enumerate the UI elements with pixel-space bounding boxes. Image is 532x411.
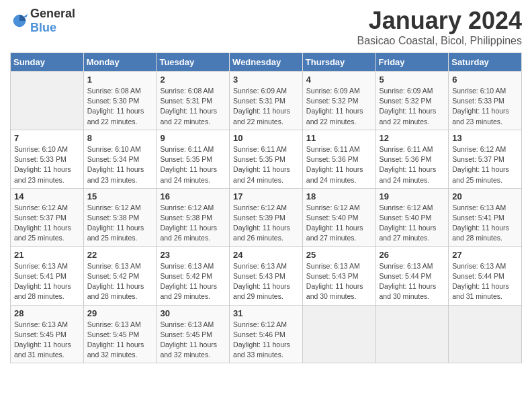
day-info: Sunrise: 6:10 AM Sunset: 5:33 PM Dayligh… bbox=[452, 86, 518, 127]
day-info: Sunrise: 6:13 AM Sunset: 5:42 PM Dayligh… bbox=[160, 261, 226, 302]
day-info: Sunrise: 6:13 AM Sunset: 5:42 PM Dayligh… bbox=[87, 261, 153, 302]
day-number: 10 bbox=[233, 133, 299, 143]
day-number: 4 bbox=[306, 75, 372, 85]
day-number: 30 bbox=[160, 308, 226, 318]
calendar-cell: 12Sunrise: 6:11 AM Sunset: 5:36 PM Dayli… bbox=[375, 130, 449, 188]
calendar-cell: 10Sunrise: 6:11 AM Sunset: 5:35 PM Dayli… bbox=[230, 130, 303, 188]
day-number: 22 bbox=[87, 250, 153, 260]
day-info: Sunrise: 6:09 AM Sunset: 5:32 PM Dayligh… bbox=[380, 86, 445, 127]
day-info: Sunrise: 6:12 AM Sunset: 5:37 PM Dayligh… bbox=[452, 144, 518, 185]
calendar-cell: 29Sunrise: 6:13 AM Sunset: 5:45 PM Dayli… bbox=[83, 305, 157, 363]
calendar-cell: 7Sunrise: 6:10 AM Sunset: 5:33 PM Daylig… bbox=[11, 130, 84, 188]
day-info: Sunrise: 6:12 AM Sunset: 5:38 PM Dayligh… bbox=[87, 203, 153, 244]
logo-icon bbox=[10, 11, 29, 30]
calendar-cell: 2Sunrise: 6:08 AM Sunset: 5:31 PM Daylig… bbox=[157, 72, 230, 130]
day-info: Sunrise: 6:09 AM Sunset: 5:32 PM Dayligh… bbox=[306, 86, 372, 127]
day-info: Sunrise: 6:08 AM Sunset: 5:31 PM Dayligh… bbox=[160, 86, 226, 127]
day-info: Sunrise: 6:11 AM Sunset: 5:35 PM Dayligh… bbox=[233, 144, 299, 185]
day-number: 14 bbox=[14, 191, 80, 201]
day-number: 2 bbox=[160, 75, 226, 85]
calendar-cell: 19Sunrise: 6:12 AM Sunset: 5:40 PM Dayli… bbox=[375, 188, 449, 246]
day-info: Sunrise: 6:10 AM Sunset: 5:34 PM Dayligh… bbox=[87, 144, 153, 185]
day-number: 6 bbox=[452, 75, 518, 85]
day-header: Thursday bbox=[302, 53, 375, 72]
day-number: 20 bbox=[452, 191, 518, 201]
calendar-cell: 14Sunrise: 6:12 AM Sunset: 5:37 PM Dayli… bbox=[11, 188, 84, 246]
day-info: Sunrise: 6:12 AM Sunset: 5:46 PM Dayligh… bbox=[233, 320, 299, 361]
calendar-cell bbox=[375, 305, 449, 363]
calendar-cell bbox=[302, 305, 375, 363]
calendar-cell: 8Sunrise: 6:10 AM Sunset: 5:34 PM Daylig… bbox=[83, 130, 157, 188]
calendar-cell: 24Sunrise: 6:13 AM Sunset: 5:43 PM Dayli… bbox=[230, 246, 303, 305]
day-number: 16 bbox=[160, 191, 226, 201]
calendar-cell: 18Sunrise: 6:12 AM Sunset: 5:40 PM Dayli… bbox=[302, 188, 375, 246]
logo: General Blue bbox=[10, 7, 75, 35]
day-info: Sunrise: 6:13 AM Sunset: 5:41 PM Dayligh… bbox=[452, 203, 518, 244]
calendar-cell: 1Sunrise: 6:08 AM Sunset: 5:30 PM Daylig… bbox=[83, 72, 157, 130]
day-number: 21 bbox=[14, 250, 80, 260]
day-info: Sunrise: 6:13 AM Sunset: 5:43 PM Dayligh… bbox=[233, 261, 299, 302]
calendar-cell: 4Sunrise: 6:09 AM Sunset: 5:32 PM Daylig… bbox=[302, 72, 375, 130]
logo-blue: Blue bbox=[30, 21, 56, 34]
title-area: January 2024 Basicao Coastal, Bicol, Phi… bbox=[357, 7, 522, 47]
day-number: 18 bbox=[306, 191, 372, 201]
calendar-cell: 3Sunrise: 6:09 AM Sunset: 5:31 PM Daylig… bbox=[230, 72, 303, 130]
logo-general: General bbox=[30, 7, 75, 20]
calendar-header-row: SundayMondayTuesdayWednesdayThursdayFrid… bbox=[11, 53, 522, 72]
calendar-cell: 15Sunrise: 6:12 AM Sunset: 5:38 PM Dayli… bbox=[83, 188, 157, 246]
day-header: Wednesday bbox=[230, 53, 303, 72]
day-info: Sunrise: 6:13 AM Sunset: 5:44 PM Dayligh… bbox=[452, 261, 518, 302]
day-header: Monday bbox=[83, 53, 157, 72]
day-info: Sunrise: 6:11 AM Sunset: 5:36 PM Dayligh… bbox=[306, 144, 372, 185]
day-info: Sunrise: 6:11 AM Sunset: 5:36 PM Dayligh… bbox=[380, 144, 445, 185]
day-info: Sunrise: 6:10 AM Sunset: 5:33 PM Dayligh… bbox=[14, 144, 80, 185]
calendar-cell: 30Sunrise: 6:13 AM Sunset: 5:45 PM Dayli… bbox=[157, 305, 230, 363]
logo-text: General Blue bbox=[30, 7, 75, 35]
day-number: 19 bbox=[380, 191, 445, 201]
day-info: Sunrise: 6:12 AM Sunset: 5:40 PM Dayligh… bbox=[380, 203, 445, 244]
day-info: Sunrise: 6:13 AM Sunset: 5:45 PM Dayligh… bbox=[14, 320, 80, 361]
day-info: Sunrise: 6:13 AM Sunset: 5:41 PM Dayligh… bbox=[14, 261, 80, 302]
day-header: Tuesday bbox=[157, 53, 230, 72]
day-header: Saturday bbox=[449, 53, 522, 72]
calendar-week-row: 1Sunrise: 6:08 AM Sunset: 5:30 PM Daylig… bbox=[11, 72, 522, 130]
calendar-cell: 16Sunrise: 6:12 AM Sunset: 5:38 PM Dayli… bbox=[157, 188, 230, 246]
day-number: 9 bbox=[160, 133, 226, 143]
calendar-week-row: 7Sunrise: 6:10 AM Sunset: 5:33 PM Daylig… bbox=[11, 130, 522, 188]
day-number: 11 bbox=[306, 133, 372, 143]
day-info: Sunrise: 6:12 AM Sunset: 5:39 PM Dayligh… bbox=[233, 203, 299, 244]
day-number: 1 bbox=[87, 75, 153, 85]
calendar-cell: 20Sunrise: 6:13 AM Sunset: 5:41 PM Dayli… bbox=[449, 188, 522, 246]
calendar-table: SundayMondayTuesdayWednesdayThursdayFrid… bbox=[10, 52, 522, 363]
calendar-cell: 28Sunrise: 6:13 AM Sunset: 5:45 PM Dayli… bbox=[11, 305, 84, 363]
day-number: 3 bbox=[233, 75, 299, 85]
day-info: Sunrise: 6:12 AM Sunset: 5:40 PM Dayligh… bbox=[306, 203, 372, 244]
calendar-title: January 2024 bbox=[357, 7, 522, 35]
day-number: 29 bbox=[87, 308, 153, 318]
calendar-week-row: 28Sunrise: 6:13 AM Sunset: 5:45 PM Dayli… bbox=[11, 305, 522, 363]
calendar-cell: 23Sunrise: 6:13 AM Sunset: 5:42 PM Dayli… bbox=[157, 246, 230, 305]
day-number: 28 bbox=[14, 308, 80, 318]
day-number: 8 bbox=[87, 133, 153, 143]
calendar-cell: 11Sunrise: 6:11 AM Sunset: 5:36 PM Dayli… bbox=[302, 130, 375, 188]
day-info: Sunrise: 6:09 AM Sunset: 5:31 PM Dayligh… bbox=[233, 86, 299, 127]
day-info: Sunrise: 6:13 AM Sunset: 5:45 PM Dayligh… bbox=[160, 320, 226, 361]
day-number: 13 bbox=[452, 133, 518, 143]
calendar-cell: 25Sunrise: 6:13 AM Sunset: 5:43 PM Dayli… bbox=[302, 246, 375, 305]
day-info: Sunrise: 6:13 AM Sunset: 5:43 PM Dayligh… bbox=[306, 261, 372, 302]
day-number: 5 bbox=[380, 75, 445, 85]
day-header: Friday bbox=[375, 53, 449, 72]
day-number: 27 bbox=[452, 250, 518, 260]
day-info: Sunrise: 6:08 AM Sunset: 5:30 PM Dayligh… bbox=[87, 86, 153, 127]
day-number: 26 bbox=[380, 250, 445, 260]
calendar-cell: 17Sunrise: 6:12 AM Sunset: 5:39 PM Dayli… bbox=[230, 188, 303, 246]
day-number: 24 bbox=[233, 250, 299, 260]
calendar-subtitle: Basicao Coastal, Bicol, Philippines bbox=[357, 35, 522, 47]
day-info: Sunrise: 6:12 AM Sunset: 5:38 PM Dayligh… bbox=[160, 203, 226, 244]
calendar-cell: 27Sunrise: 6:13 AM Sunset: 5:44 PM Dayli… bbox=[449, 246, 522, 305]
day-number: 25 bbox=[306, 250, 372, 260]
calendar-cell: 26Sunrise: 6:13 AM Sunset: 5:44 PM Dayli… bbox=[375, 246, 449, 305]
day-number: 31 bbox=[233, 308, 299, 318]
day-info: Sunrise: 6:12 AM Sunset: 5:37 PM Dayligh… bbox=[14, 203, 80, 244]
calendar-week-row: 21Sunrise: 6:13 AM Sunset: 5:41 PM Dayli… bbox=[11, 246, 522, 305]
